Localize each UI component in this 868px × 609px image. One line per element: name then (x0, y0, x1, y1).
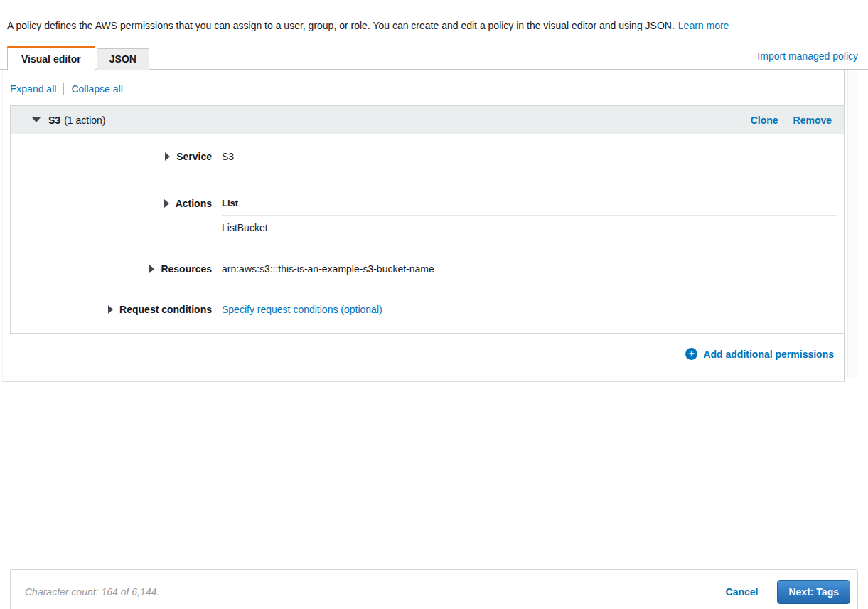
actions-row-toggle[interactable]: Actions (11, 197, 212, 210)
action-group-divider (222, 215, 837, 216)
chevron-right-icon (165, 152, 170, 161)
policy-description: A policy defines the AWS permissions tha… (7, 20, 861, 32)
action-group-name: List (222, 197, 844, 210)
resources-label: Resources (161, 263, 212, 275)
permission-action-count: (1 action) (64, 115, 105, 126)
service-label: Service (176, 150, 212, 163)
request-conditions-row: Request conditions Specify request condi… (11, 303, 844, 316)
collapse-all-link[interactable]: Collapse all (71, 83, 122, 95)
resources-row: Resources arn:aws:s3:::this-is-an-exampl… (11, 263, 844, 275)
learn-more-link[interactable]: Learn more (678, 20, 729, 31)
expand-all-link[interactable]: Expand all (10, 83, 56, 95)
request-conditions-row-toggle[interactable]: Request conditions (11, 303, 212, 316)
chevron-right-icon (164, 199, 169, 208)
policy-description-text: A policy defines the AWS permissions tha… (7, 20, 675, 31)
actions-label: Actions (176, 197, 212, 210)
permission-block-s3: S3 (1 action) Clone Remove Service S3 Ac… (10, 105, 845, 334)
specify-request-conditions-link[interactable]: Specify request conditions (optional) (222, 304, 382, 315)
next-tags-button[interactable]: Next: Tags (777, 580, 850, 604)
remove-link[interactable]: Remove (793, 115, 832, 126)
divider (63, 83, 64, 95)
service-row: Service S3 (11, 150, 844, 163)
cancel-button[interactable]: Cancel (726, 586, 759, 598)
clone-link[interactable]: Clone (751, 115, 778, 126)
expand-collapse-toolbar: Expand all Collapse all (10, 83, 123, 95)
permission-block-body: Service S3 Actions List ListBucket Resou… (11, 134, 844, 333)
import-managed-policy-link[interactable]: Import managed policy (757, 51, 858, 62)
add-icon (685, 348, 697, 360)
tab-json-label: JSON (109, 53, 136, 65)
actions-value: List ListBucket (212, 197, 844, 234)
permission-block-header[interactable]: S3 (1 action) Clone Remove (11, 106, 844, 134)
footer-bar: Character count: 164 of 6,144. Cancel Ne… (10, 569, 858, 609)
divider (786, 115, 786, 126)
chevron-down-icon[interactable] (32, 117, 41, 122)
request-conditions-value: Specify request conditions (optional) (212, 303, 844, 316)
service-value: S3 (212, 150, 844, 163)
add-additional-permissions-label: Add additional permissions (703, 349, 834, 360)
tab-visual-editor[interactable]: Visual editor (7, 46, 95, 70)
request-conditions-label: Request conditions (119, 303, 212, 316)
service-row-toggle[interactable]: Service (11, 150, 212, 163)
action-item: ListBucket (222, 221, 844, 234)
chevron-right-icon (108, 305, 113, 314)
tab-visual-editor-label: Visual editor (21, 53, 81, 65)
scrollbar[interactable] (847, 70, 857, 377)
editor-tabs: Visual editor JSON (7, 46, 149, 70)
character-count: Character count: 164 of 6,144. (25, 586, 159, 598)
chevron-right-icon (149, 265, 154, 273)
tab-json[interactable]: JSON (97, 48, 149, 70)
resources-row-toggle[interactable]: Resources (11, 263, 212, 275)
actions-row: Actions List ListBucket (11, 197, 844, 234)
permission-service-name: S3 (48, 115, 60, 126)
add-additional-permissions-button[interactable]: Add additional permissions (685, 348, 834, 360)
resources-value: arn:aws:s3:::this-is-an-example-s3-bucke… (212, 263, 844, 275)
